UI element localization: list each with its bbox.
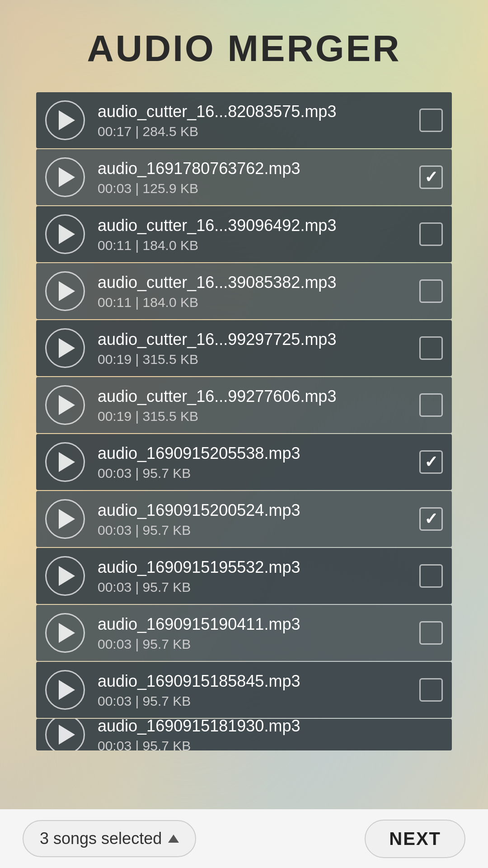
arrow-up-icon — [168, 835, 179, 843]
file-info: audio_1690915200524.mp3 00:03 | 95.7 KB — [98, 500, 419, 538]
checkbox[interactable] — [419, 222, 443, 246]
play-button[interactable] — [45, 499, 85, 539]
file-name: audio_cutter_16...99277606.mp3 — [98, 386, 419, 407]
file-info: audio_cutter_16...39085382.mp3 00:11 | 1… — [98, 272, 419, 311]
checkbox[interactable] — [419, 678, 443, 702]
file-name: audio_1690915185845.mp3 — [98, 671, 419, 692]
file-info: audio_cutter_16...99297725.mp3 00:19 | 3… — [98, 329, 419, 368]
list-item[interactable]: audio_1690915185845.mp3 00:03 | 95.7 KB — [36, 662, 452, 718]
list-item[interactable]: audio_cutter_16...82083575.mp3 00:17 | 2… — [36, 92, 452, 148]
file-name: audio_1690915205538.mp3 — [98, 443, 419, 464]
play-icon — [59, 110, 75, 130]
checkbox[interactable] — [419, 108, 443, 132]
play-icon — [59, 281, 75, 301]
play-button[interactable] — [45, 556, 85, 596]
checkmark-icon: ✓ — [424, 454, 438, 470]
file-info: audio_1691780763762.mp3 00:03 | 125.9 KB — [98, 158, 419, 197]
checkbox[interactable]: ✓ — [419, 507, 443, 531]
play-button[interactable] — [45, 214, 85, 254]
file-meta: 00:11 | 184.0 KB — [98, 295, 419, 310]
play-icon — [59, 680, 75, 700]
file-name: audio_1690915200524.mp3 — [98, 500, 419, 521]
play-icon — [59, 566, 75, 586]
file-meta: 00:17 | 284.5 KB — [98, 124, 419, 139]
list-item[interactable]: audio_cutter_16...99277606.mp3 00:19 | 3… — [36, 377, 452, 433]
play-button[interactable] — [45, 157, 85, 197]
file-info: audio_cutter_16...99277606.mp3 00:19 | 3… — [98, 386, 419, 425]
page-title: AUDIO MERGER — [87, 27, 401, 70]
play-button[interactable] — [45, 328, 85, 368]
file-meta: 00:03 | 95.7 KB — [98, 466, 419, 481]
file-info: audio_cutter_16...39096492.mp3 00:11 | 1… — [98, 215, 419, 254]
play-button[interactable] — [45, 100, 85, 140]
audio-list: audio_cutter_16...82083575.mp3 00:17 | 2… — [36, 92, 452, 809]
play-icon — [59, 167, 75, 187]
list-item[interactable]: audio_1690915200524.mp3 00:03 | 95.7 KB … — [36, 491, 452, 547]
file-info: audio_1690915185845.mp3 00:03 | 95.7 KB — [98, 671, 419, 709]
file-meta: 00:19 | 315.5 KB — [98, 409, 419, 424]
songs-selected-text: 3 songs selected — [40, 829, 162, 848]
file-info: audio_cutter_16...82083575.mp3 00:17 | 2… — [98, 101, 419, 140]
file-meta: 00:03 | 95.7 KB — [98, 523, 419, 538]
file-info: audio_1690915205538.mp3 00:03 | 95.7 KB — [98, 443, 419, 481]
play-icon — [59, 623, 75, 643]
file-name: audio_1690915190411.mp3 — [98, 614, 419, 635]
play-icon — [59, 509, 75, 529]
checkbox[interactable]: ✓ — [419, 450, 443, 474]
file-info: audio_1690915190411.mp3 00:03 | 95.7 KB — [98, 614, 419, 652]
checkbox[interactable] — [419, 393, 443, 417]
file-name: audio_cutter_16...82083575.mp3 — [98, 101, 419, 123]
bottom-bar: 3 songs selected NEXT — [0, 809, 488, 868]
list-item[interactable]: audio_1690915190411.mp3 00:03 | 95.7 KB — [36, 605, 452, 661]
play-button[interactable] — [45, 271, 85, 311]
file-info: audio_1690915195532.mp3 00:03 | 95.7 KB — [98, 557, 419, 595]
songs-selected-button[interactable]: 3 songs selected — [23, 820, 196, 857]
list-item[interactable]: audio_cutter_16...99297725.mp3 00:19 | 3… — [36, 320, 452, 376]
file-meta: 00:03 | 95.7 KB — [98, 637, 419, 652]
checkbox[interactable] — [419, 564, 443, 588]
file-name: audio_cutter_16...39085382.mp3 — [98, 272, 419, 293]
file-meta: 00:03 | 95.7 KB — [98, 693, 419, 709]
file-info: audio_1690915181930.mp3 00:03 | 95.7 KB — [98, 719, 443, 750]
list-item[interactable]: audio_1690915181930.mp3 00:03 | 95.7 KB — [36, 719, 452, 750]
file-meta: 00:19 | 315.5 KB — [98, 352, 419, 367]
file-name: audio_1690915181930.mp3 — [98, 719, 443, 736]
next-button[interactable]: NEXT — [365, 820, 465, 858]
list-item[interactable]: audio_cutter_16...39096492.mp3 00:11 | 1… — [36, 206, 452, 262]
checkbox[interactable] — [419, 336, 443, 360]
list-item[interactable]: audio_1690915205538.mp3 00:03 | 95.7 KB … — [36, 434, 452, 490]
play-icon — [59, 224, 75, 244]
file-name: audio_cutter_16...99297725.mp3 — [98, 329, 419, 350]
file-meta: 00:03 | 95.7 KB — [98, 580, 419, 595]
checkmark-icon: ✓ — [424, 169, 438, 185]
play-icon — [59, 725, 75, 745]
checkmark-icon: ✓ — [424, 511, 438, 527]
next-label: NEXT — [389, 829, 441, 849]
file-meta: 00:11 | 184.0 KB — [98, 238, 419, 253]
file-meta: 00:03 | 125.9 KB — [98, 181, 419, 196]
play-button[interactable] — [45, 442, 85, 482]
play-button[interactable] — [45, 385, 85, 425]
play-button[interactable] — [45, 613, 85, 653]
list-item[interactable]: audio_cutter_16...39085382.mp3 00:11 | 1… — [36, 263, 452, 319]
file-meta: 00:03 | 95.7 KB — [98, 738, 443, 750]
play-icon — [59, 338, 75, 358]
file-name: audio_1691780763762.mp3 — [98, 158, 419, 179]
checkbox[interactable] — [419, 621, 443, 645]
checkbox[interactable]: ✓ — [419, 165, 443, 189]
play-button[interactable] — [45, 670, 85, 710]
play-icon — [59, 395, 75, 415]
checkbox[interactable] — [419, 279, 443, 303]
file-name: audio_cutter_16...39096492.mp3 — [98, 215, 419, 236]
list-item[interactable]: audio_1691780763762.mp3 00:03 | 125.9 KB… — [36, 149, 452, 205]
play-icon — [59, 452, 75, 472]
file-name: audio_1690915195532.mp3 — [98, 557, 419, 578]
list-item[interactable]: audio_1690915195532.mp3 00:03 | 95.7 KB — [36, 548, 452, 604]
play-button[interactable] — [45, 719, 85, 750]
